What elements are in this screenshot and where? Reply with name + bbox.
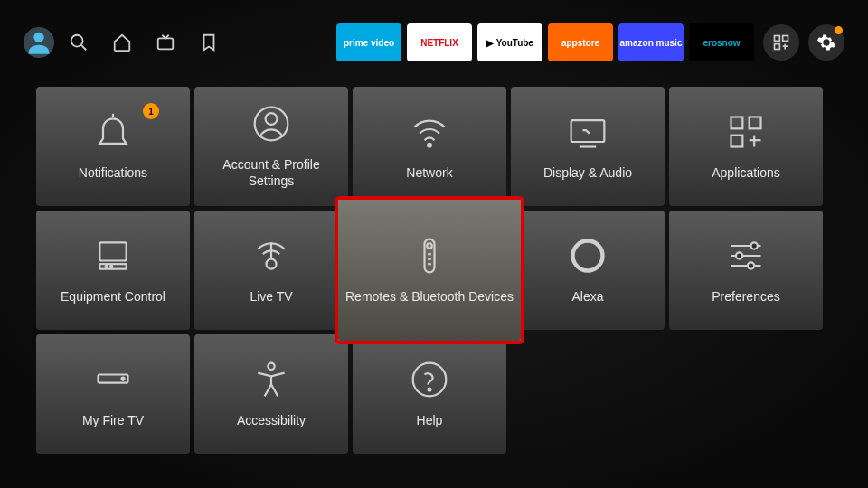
search-icon[interactable]: [69, 33, 89, 52]
svg-rect-16: [731, 136, 743, 147]
alexa-icon: [568, 236, 608, 276]
settings-grid: Notifications1Account & Profile Settings…: [0, 69, 868, 454]
applications-icon: [726, 112, 766, 152]
bookmark-icon[interactable]: [199, 33, 219, 52]
svg-rect-19: [99, 242, 126, 260]
tile-label: Alexa: [571, 288, 603, 305]
svg-rect-14: [731, 117, 743, 128]
settings-tile-help[interactable]: Help: [353, 334, 506, 454]
settings-tile-livetv[interactable]: Live TV: [194, 211, 348, 330]
notification-badge: 1: [143, 103, 159, 119]
settings-tile-equipment[interactable]: Equipment Control: [36, 211, 190, 330]
app-tile-amazon-music[interactable]: amazon music: [618, 23, 684, 61]
svg-point-33: [751, 242, 758, 249]
svg-point-40: [429, 388, 431, 390]
tile-label: Remotes & Bluetooth Devices: [345, 288, 514, 305]
tile-label: Help: [417, 412, 443, 428]
svg-point-25: [427, 243, 432, 249]
app-tile-erosnow[interactable]: erosnow: [689, 23, 754, 61]
svg-point-21: [106, 266, 108, 267]
top-navigation-bar: prime videoNETFLIX▶ YouTubeappstoreamazo…: [0, 16, 868, 69]
livetv-icon: [251, 236, 291, 276]
settings-tile-network[interactable]: Network: [353, 87, 506, 206]
app-tile-appstore[interactable]: appstore: [548, 23, 613, 61]
settings-tile-alexa[interactable]: Alexa: [511, 211, 665, 330]
svg-rect-3: [158, 38, 174, 49]
settings-tile-account[interactable]: Account & Profile Settings: [194, 87, 348, 206]
svg-point-0: [33, 33, 43, 42]
settings-tile-notifications[interactable]: Notifications1: [36, 87, 190, 206]
equipment-icon: [93, 236, 133, 276]
settings-tile-applications[interactable]: Applications: [669, 87, 823, 206]
network-icon: [410, 112, 449, 152]
tile-label: Equipment Control: [61, 288, 165, 305]
svg-rect-6: [775, 44, 780, 50]
app-tile-netflix[interactable]: NETFLIX: [407, 23, 472, 61]
tile-label: Applications: [712, 164, 780, 181]
tile-label: My Fire TV: [82, 412, 144, 428]
svg-point-34: [736, 252, 742, 258]
settings-tile-accessibility[interactable]: Accessibility: [194, 334, 348, 454]
svg-point-11: [266, 113, 278, 125]
notification-dot: [835, 26, 843, 34]
tile-label: Live TV: [250, 288, 292, 305]
settings-tile-myfiretv[interactable]: My Fire TV: [36, 334, 190, 454]
profile-avatar[interactable]: [24, 27, 54, 58]
settings-tile-remotes[interactable]: Remotes & Bluetooth Devices: [336, 198, 523, 343]
tile-label: Network: [406, 164, 452, 181]
svg-point-23: [267, 259, 277, 269]
tile-label: Account & Profile Settings: [202, 156, 341, 189]
tile-label: Notifications: [79, 164, 147, 181]
svg-rect-4: [775, 36, 780, 42]
svg-point-22: [110, 266, 112, 267]
notifications-icon: [93, 112, 133, 152]
display-icon: [568, 112, 608, 152]
svg-rect-5: [783, 36, 788, 42]
apps-grid-icon: [772, 33, 790, 52]
help-icon: [410, 360, 449, 399]
svg-point-29: [573, 240, 603, 270]
tile-label: Preferences: [712, 288, 779, 305]
app-tile-youtube[interactable]: ▶ YouTube: [477, 23, 542, 61]
myfiretv-icon: [93, 360, 133, 399]
account-icon: [251, 104, 291, 144]
settings-tile-preferences[interactable]: Preferences: [669, 211, 823, 330]
home-icon[interactable]: [112, 33, 132, 52]
svg-point-12: [428, 144, 431, 147]
app-shortcut-row: prime videoNETFLIX▶ YouTubeappstoreamazo…: [336, 23, 754, 61]
svg-point-38: [268, 363, 274, 370]
settings-tile-display[interactable]: Display & Audio: [511, 87, 665, 206]
svg-rect-15: [750, 117, 761, 128]
svg-point-1: [71, 35, 83, 47]
nav-icon-row: [69, 33, 219, 52]
apps-grid-button[interactable]: [763, 24, 799, 61]
accessibility-icon: [251, 360, 291, 399]
tile-label: Display & Audio: [543, 164, 632, 181]
gear-icon: [816, 33, 836, 52]
svg-line-2: [81, 45, 87, 51]
livetv-nav-icon[interactable]: [156, 33, 175, 52]
tile-label: Accessibility: [237, 412, 306, 428]
remotes-icon: [410, 236, 449, 276]
app-tile-prime-video[interactable]: prime video: [336, 23, 401, 61]
svg-point-37: [122, 378, 125, 380]
person-icon: [24, 27, 54, 58]
svg-point-35: [748, 262, 754, 268]
preferences-icon: [726, 236, 766, 276]
settings-button[interactable]: [808, 24, 844, 61]
